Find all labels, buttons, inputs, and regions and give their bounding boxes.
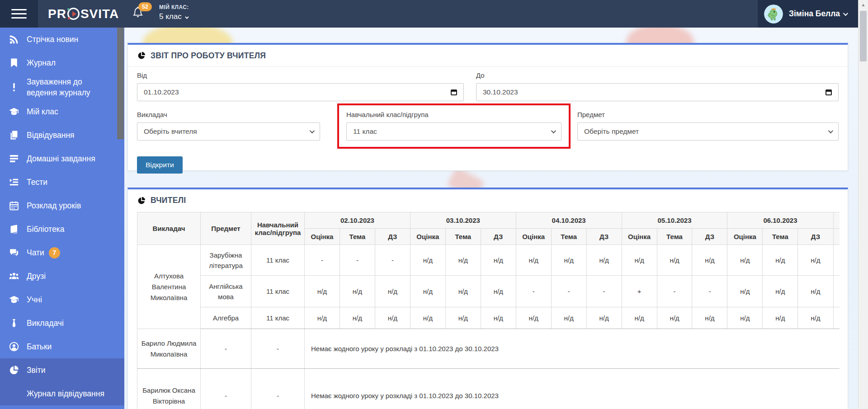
pages-icon [8,129,20,141]
grade-cell: - [375,245,410,276]
clipped-date-column-header [833,212,840,229]
sidebar-item-library[interactable]: Бібліотека [0,217,124,241]
sidebar-item-label: Зауваження до ведення журналу [27,76,113,98]
sidebar-item-journal[interactable]: Журнал [0,51,124,75]
class-cell: 11 клас [251,307,305,329]
subject-cell: - [201,329,251,369]
grade-cell: + [622,276,657,307]
user-menu[interactable]: Зіміна Белла [758,0,858,28]
subcolumn-header: ДЗ [481,229,516,245]
list-icon [8,153,20,165]
open-report-button[interactable]: Відкрити [137,156,183,174]
subcolumn-header: ДЗ [692,229,727,245]
sidebar-item-news[interactable]: Стрічка новин [0,28,124,51]
rss-icon [8,33,20,45]
subcolumn-header: Тема [340,229,375,245]
grade-cell: н/д [763,276,798,307]
class-select[interactable]: 11 клас [346,122,561,141]
sidebar-item-tests[interactable]: Тести [0,170,124,194]
grade-cell: н/д [481,307,516,329]
tie-icon [8,317,20,329]
grade-cell: н/д [481,245,516,276]
grade-cell: н/д [798,307,833,329]
page-scrollbar-thumb[interactable] [860,11,867,61]
sidebar-item-schedule[interactable]: Розклад уроків [0,194,124,217]
main-content: ЗВІТ ПРО РОБОТУ ВЧИТЕЛЯ Від 01.10.2023 Д… [124,28,858,409]
chevron-down-icon [310,128,315,133]
logo-play-icon [67,8,80,20]
sidebar-item-my-class[interactable]: Мій клас [0,100,124,123]
sidebar-item-attendance-journal[interactable]: Журнал відвідування [0,382,124,405]
grade-cell: н/д [340,307,375,329]
subject-cell: - [201,369,251,409]
panel-header: ЗВІТ ПРО РОБОТУ ВЧИТЕЛЯ [128,45,848,67]
calendar-icon[interactable] [451,89,457,95]
sidebar-item-parents[interactable]: Батьки [0,335,124,358]
grade-cell: н/д [410,307,445,329]
grade-cell: - [657,276,692,307]
report-form: Від 01.10.2023 До 30.10.2023 [128,67,848,174]
sidebar-item-teachers[interactable]: Викладачі [0,311,124,335]
clipped-subcolumn-header: Оці [833,229,840,245]
grade-cell: н/д [657,245,692,276]
avatar [764,5,783,24]
subcolumn-header: Оцінка [305,229,340,245]
date-column-header: 03.10.2023 [410,212,516,229]
hamburger-menu-button[interactable] [0,0,38,28]
app-logo[interactable]: PRSVITA [48,0,119,28]
sidebar-item-label: Друзі [27,271,46,282]
date-to-input[interactable]: 30.10.2023 [476,83,839,101]
teachers-table-wrap: ВикладачПредметНавчальний клас/підгрупа0… [137,212,840,409]
grade-cell: н/д [445,276,481,307]
sidebar-item-label: Розклад уроків [27,200,81,211]
sidebar-item-friends[interactable]: Друзі [0,264,124,288]
grade-cell: н/д [516,307,551,329]
table-row: Барило Людмила Миколаївна--Немає жодного… [137,329,840,369]
scroll-up-arrow-icon[interactable]: ▲ [859,2,868,7]
subject-select[interactable]: Оберіть предмет [577,122,839,141]
sidebar-item-label: Батьки [27,341,52,352]
exclamation-icon [8,81,20,93]
clipped-grade-cell: н/ [833,276,840,307]
sidebar-item-label: Відвідування [27,130,75,141]
teacher-name-cell: Алтухова Валентина Миколаївна [137,245,201,329]
sidebar-item-students[interactable]: Учні [0,288,124,311]
grade-cell: н/д [305,276,340,307]
sidebar-item-label: Мій клас [27,106,58,117]
sidebar-scrollbar-thumb[interactable] [117,28,124,139]
no-lessons-message: Немає жодного уроку у розкладі з 01.10.2… [305,329,840,369]
sidebar-item-label: Стрічка новин [27,34,78,45]
teacher-select[interactable]: Оберіть вчителя [137,122,320,141]
subject-cell: Англійська мова [201,276,251,307]
table-row: Барилюк Оксана Вікторівна--Немає жодного… [137,369,840,409]
grade-cell: н/д [410,276,445,307]
grade-cell: н/д [586,245,622,276]
panel-title: ВЧИТЕЛІ [151,196,186,205]
sidebar-item-journal-remarks[interactable]: Зауваження до ведення журналу [0,75,124,100]
my-class-dropdown[interactable]: МІЙ КЛАС: 5 клас [159,4,189,21]
grade-cell: н/д [657,307,692,329]
panel-title: ЗВІТ ПРО РОБОТУ ВЧИТЕЛЯ [151,51,266,61]
sidebar-item-attendance[interactable]: Відвідування [0,123,124,147]
notifications-bell-button[interactable]: 52 [132,7,153,25]
screen: PRSVITA 52 МІЙ КЛАС: 5 клас [0,0,868,409]
sidebar-item-chats[interactable]: Чати7 [0,241,124,264]
date-to-value: 30.10.2023 [483,88,821,96]
grade-cell: - [551,276,586,307]
page-scrollbar[interactable]: ▲ [858,0,868,409]
subcolumn-header: Оцінка [516,229,551,245]
table-header-row: ВикладачПредметНавчальний клас/підгрупа0… [137,212,840,229]
chat-icon [8,247,20,259]
column-header: Предмет [201,212,251,245]
date-from-input[interactable]: 01.10.2023 [137,83,464,101]
sidebar-item-reports[interactable]: Звіти [0,358,124,382]
chats-badge: 7 [49,247,60,259]
sidebar-item-label: Викладачі [27,318,64,329]
graduation-cap-icon [8,106,20,118]
grade-cell: - [305,245,340,276]
sidebar-item-homework[interactable]: Домашні завдання [0,147,124,170]
grade-cell: н/д [692,307,727,329]
notification-badge: 52 [138,2,152,11]
teacher-name-cell: Барилюк Оксана Вікторівна [137,369,201,409]
calendar-icon[interactable] [826,89,832,95]
